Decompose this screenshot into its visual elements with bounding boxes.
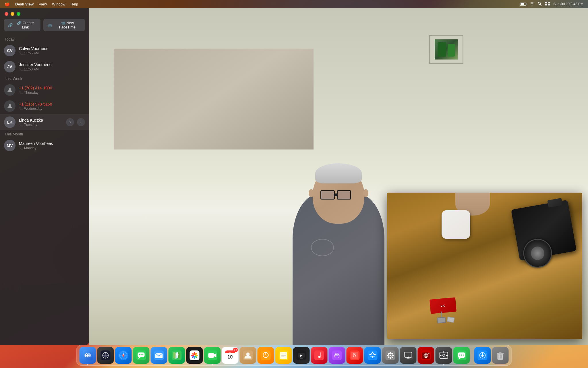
phone-icon-small: 📞	[19, 67, 23, 71]
contact-row[interactable]: +1 (702) 414-1000 📞 Thursday	[0, 82, 89, 98]
menubar-app-name[interactable]: Desk View	[15, 2, 34, 6]
avatar: JV	[4, 61, 16, 72]
contact-row[interactable]: LK Linda Kuczka 📞 Tuesday ℹ 📞	[0, 114, 89, 130]
dock-item-contacts[interactable]	[240, 347, 256, 364]
dock-item-screenshot[interactable]	[436, 347, 452, 364]
minimize-button[interactable]	[11, 12, 14, 16]
create-link-label: 🔗 Create Link	[14, 21, 36, 29]
svg-point-108	[463, 354, 464, 356]
svg-point-107	[461, 354, 462, 356]
systemprefs-icon	[386, 350, 395, 360]
secondary-video-feed: VIC	[387, 193, 582, 339]
phone-icon-small: 📞	[19, 123, 23, 127]
svg-point-11	[86, 354, 87, 355]
contact-row[interactable]: CV Calvin Voorhees 📞 11:55 AM	[0, 43, 89, 59]
svg-text:10: 10	[228, 354, 233, 359]
svg-text:N: N	[353, 352, 357, 358]
airplay-icon	[403, 350, 413, 360]
person-head	[313, 166, 364, 224]
dock-item-maps[interactable]	[169, 347, 185, 364]
info-button[interactable]: ℹ	[66, 118, 74, 126]
contact-name-missed: +1 (702) 414-1000	[19, 86, 85, 90]
keys-group: VIC	[430, 297, 457, 314]
create-link-button[interactable]: 🔗 🔗 Create Link	[4, 19, 40, 31]
dock-item-music[interactable]	[311, 347, 328, 364]
ear-right	[363, 189, 368, 197]
contact-info: Jennifer Voorhees 📞 11:53 AM	[19, 62, 85, 71]
new-facetime-button[interactable]: 📹 📹 New FaceTime	[43, 19, 85, 31]
dock-item-mail[interactable]	[151, 347, 167, 364]
dock-item-news[interactable]: N	[347, 347, 363, 364]
dock-item-reminders[interactable]	[258, 347, 274, 364]
menubar-view[interactable]: View	[39, 2, 47, 6]
svg-point-31	[176, 353, 179, 356]
dock-item-notes[interactable]	[275, 347, 292, 364]
contact-row[interactable]: JV Jennifer Voorhees 📞 11:53 AM	[0, 59, 89, 75]
ear-left	[309, 189, 314, 197]
svg-line-1	[540, 4, 541, 5]
svg-rect-67	[299, 359, 303, 359]
tag-text: VIC	[440, 304, 446, 307]
svg-rect-42	[208, 353, 214, 358]
lens-inner	[530, 246, 545, 261]
dock-item-imessage[interactable]	[453, 347, 470, 364]
photobooth-icon	[421, 350, 431, 360]
svg-rect-87	[403, 350, 413, 360]
contact-row[interactable]: +1 (215) 978-5158 📞 Wednesday	[0, 98, 89, 114]
menubar-window[interactable]: Window	[52, 2, 65, 6]
svg-point-12	[88, 354, 90, 355]
dock-item-safari[interactable]	[115, 347, 132, 364]
menubar-help[interactable]: Help	[70, 2, 78, 6]
svg-rect-69	[332, 350, 342, 360]
dock-running-dot	[212, 364, 213, 365]
dock-item-messages[interactable]	[133, 347, 150, 364]
trash-icon	[496, 350, 505, 360]
dock-item-trash[interactable]	[492, 347, 509, 364]
picture-bottle1	[438, 42, 446, 57]
apple-menu[interactable]: 🍎	[5, 1, 10, 7]
battery-indicator	[520, 3, 526, 6]
svg-point-81	[387, 355, 388, 356]
dock-item-facetime[interactable]	[204, 347, 221, 364]
section-this-month: This Month	[0, 130, 89, 137]
contact-time: 📞 11:55 AM	[19, 51, 85, 55]
contact-name: Calvin Voorhees	[19, 46, 85, 51]
close-button[interactable]	[5, 12, 8, 16]
fullscreen-button[interactable]	[17, 12, 20, 16]
control-center-icon[interactable]	[545, 2, 550, 6]
svg-rect-4	[545, 4, 547, 5]
dock-item-photos[interactable]	[186, 347, 203, 364]
svg-text:▶: ▶	[300, 354, 303, 357]
facetime-icon	[208, 350, 217, 360]
contact-row[interactable]: MV Maureen Voorhees 📞 Monday	[0, 137, 89, 154]
dock: 10 JUL 17	[76, 345, 512, 366]
section-today: Today	[0, 35, 89, 43]
finder-icon	[83, 350, 93, 361]
avatar: CV	[4, 45, 16, 56]
avatar: MV	[4, 140, 16, 151]
dock-item-appstore[interactable]	[364, 347, 381, 364]
datetime[interactable]: Sun Jul 10 3:43 PM	[553, 2, 583, 6]
dock-item-airplay[interactable]	[400, 347, 417, 364]
spotlight-icon[interactable]	[538, 2, 542, 7]
glasses-right	[337, 190, 351, 200]
dock-item-finder[interactable]	[80, 347, 96, 364]
section-last-week: Last Week	[0, 75, 89, 82]
call-button[interactable]: 📞	[77, 118, 85, 126]
facetime-video-area: VIC	[89, 8, 588, 345]
svg-point-84	[392, 357, 393, 358]
dock-item-photobooth[interactable]	[418, 347, 434, 364]
appstore-icon	[368, 350, 378, 360]
contact-time: 📞 Tuesday	[19, 123, 66, 127]
dock-item-appletv[interactable]: ▶	[293, 347, 310, 364]
wifi-icon[interactable]	[530, 2, 534, 6]
dock-item-launchpad[interactable]	[97, 347, 114, 364]
dock-item-calendar[interactable]: 10 JUL 17	[222, 347, 239, 364]
svg-rect-5	[548, 4, 550, 5]
picture-bottle2	[448, 44, 455, 57]
notes-icon	[279, 350, 289, 360]
dock-item-systemprefs[interactable]	[382, 347, 399, 364]
menubar: 🍎 Desk View View Window Help	[0, 0, 588, 8]
dock-item-podcasts[interactable]	[329, 347, 345, 364]
dock-item-airdrop[interactable]	[474, 347, 491, 364]
